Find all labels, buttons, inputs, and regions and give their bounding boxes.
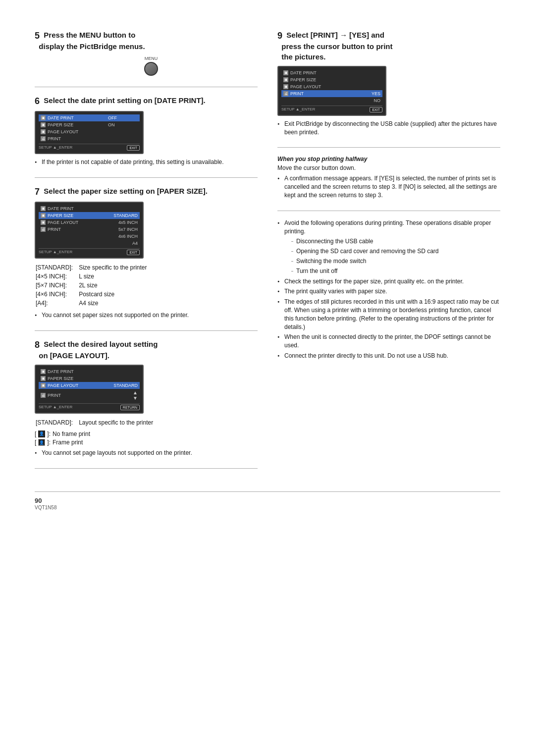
when-stop-block: When you stop printing halfway Move the … bbox=[277, 156, 500, 199]
when-stop-notes: A confirmation message appears. If [YES]… bbox=[277, 174, 500, 199]
screen9-layout: ▣ PAGE LAYOUT bbox=[281, 83, 382, 90]
avoid-item-1: Disconnecting the USB cable bbox=[291, 237, 500, 246]
menu-label: MENU bbox=[145, 56, 158, 61]
step-9-text3: the pictures. bbox=[281, 53, 325, 61]
step-9-note: Exit PictBridge by disconnecting the USB… bbox=[277, 120, 500, 137]
screen8-layout: ▣ PAGE LAYOUT STANDARD bbox=[39, 382, 140, 389]
frame-item: [ 👤 ]: Frame print bbox=[35, 439, 258, 446]
right-column: 9 Select [PRINT] → [YES] and press the c… bbox=[277, 30, 500, 477]
screen-footer-6: SETUP ▲_ENTER EXIT bbox=[39, 144, 140, 151]
screen7-layout: ▣ PAGE LAYOUT 4x5 INCH bbox=[39, 219, 140, 226]
when-stop-note1: A confirmation message appears. If [YES]… bbox=[277, 174, 500, 199]
no-frame-icon: 👤 bbox=[38, 431, 45, 437]
paper-icon: ▣ bbox=[41, 122, 46, 127]
step-5-block: 5 Press the MENU button to display the P… bbox=[35, 30, 258, 76]
note-avoid: Avoid the following operations during pr… bbox=[277, 219, 500, 275]
step-5-text2: display the PictBridge menus. bbox=[39, 42, 145, 51]
step-9-text1: Select [PRINT] → [YES] and bbox=[286, 31, 384, 39]
step-5-text1: Press the MENU button to bbox=[44, 31, 135, 39]
screen9-date: ▣ DATE PRINT bbox=[281, 69, 382, 76]
menu-button-icon: MENU bbox=[45, 56, 258, 76]
screen7-extra1: 4x6 INCH bbox=[39, 233, 140, 240]
step-7-notes: You cannot set paper sizes not supported… bbox=[35, 311, 258, 320]
no-frame-item: [ 👤 ]: No frame print bbox=[35, 431, 258, 437]
step-6-note: If the printer is not capable of date pr… bbox=[35, 158, 258, 166]
screen9-paper: ▣ PAPER SIZE bbox=[281, 76, 382, 83]
step-8-heading: 8 Select the desired layout setting on [… bbox=[35, 339, 258, 361]
left-column: 5 Press the MENU button to display the P… bbox=[35, 30, 258, 477]
page-number: 90 bbox=[35, 497, 42, 504]
step-5-heading: 5 Press the MENU button to display the P… bbox=[35, 30, 258, 52]
layout-icon: ▣ bbox=[41, 129, 46, 134]
avoid-sub-list: Disconnecting the USB cable Opening the … bbox=[291, 237, 500, 275]
note-check: Check the settings for the paper size, p… bbox=[277, 277, 500, 286]
step-6-text: Select the date print setting on [DATE P… bbox=[44, 96, 205, 105]
avoid-item-3: Switching the mode switch bbox=[291, 257, 500, 266]
step-9-notes: Exit PictBridge by disconnecting the USB… bbox=[277, 120, 500, 137]
step-6-number: 6 bbox=[35, 96, 40, 106]
screen-footer-9: SETUP ▲_ENTER EXIT bbox=[281, 106, 382, 112]
step-8-block: 8 Select the desired layout setting on [… bbox=[35, 339, 258, 457]
step-8-note: You cannot set page layouts not supporte… bbox=[35, 449, 258, 457]
step-6-block: 6 Select the date print setting on [DATE… bbox=[35, 95, 258, 166]
screen8-print: 🖨 PRINT ▲ ▼ bbox=[39, 389, 140, 402]
size-table-8: [STANDARD]: Layout specific to the print… bbox=[35, 418, 154, 428]
screen-footer-8: SETUP ▲_ENTER RETURN bbox=[39, 403, 140, 410]
step-8-screen: ▣ DATE PRINT ▣ PAPER SIZE ▣ PAGE LAYOU bbox=[35, 365, 144, 414]
screen7-paper: ▣ PAPER SIZE STANDARD bbox=[39, 212, 140, 219]
step-7-block: 7 Select the paper size setting on [PAPE… bbox=[35, 186, 258, 320]
step-8-text2: on [PAGE LAYOUT]. bbox=[39, 351, 109, 360]
avoid-item-4: Turn the unit off bbox=[291, 267, 500, 275]
screen7-print: 🖨 PRINT 5x7 INCH bbox=[39, 226, 140, 233]
step-7-note: You cannot set paper sizes not supported… bbox=[35, 311, 258, 320]
step-9-screen: ▣ DATE PRINT ▣ PAPER SIZE ▣ PAGE LAYOU bbox=[277, 66, 386, 116]
screen-row-paper-size-6: ▣ PAPER SIZE ON bbox=[39, 121, 140, 128]
print-icon: 🖨 bbox=[41, 136, 46, 141]
screen8-date: ▣ DATE PRINT bbox=[39, 368, 140, 375]
when-stop-text: Move the cursor button down. bbox=[277, 164, 500, 171]
page-content: 5 Press the MENU button to display the P… bbox=[35, 30, 500, 477]
step-8-text1: Select the desired layout setting bbox=[44, 340, 158, 348]
step-7-heading: 7 Select the paper size setting on [PAPE… bbox=[35, 186, 258, 198]
step-9-text2: press the cursor button to print bbox=[281, 42, 392, 51]
frame-icon: 👤 bbox=[38, 439, 45, 446]
step-9-block: 9 Select [PRINT] → [YES] and press the c… bbox=[277, 30, 500, 136]
screen-row-date-print: ▣ DATE PRINT OFF bbox=[39, 114, 140, 121]
screen-row-print-6: 🖨 PRINT bbox=[39, 135, 140, 142]
screen9-print: 🖨 PRINT YES bbox=[281, 90, 382, 97]
step-5-number: 5 bbox=[35, 31, 40, 41]
screen-footer-7: SETUP ▲_ENTER EXIT bbox=[39, 248, 140, 255]
divider-after-7 bbox=[35, 330, 258, 331]
divider-right-1 bbox=[277, 147, 500, 148]
screen7-date: ▣ DATE PRINT bbox=[39, 205, 140, 212]
step-6-heading: 6 Select the date print setting on [DATE… bbox=[35, 95, 258, 107]
screen9-no: NO bbox=[281, 97, 382, 104]
note-dpof: When the unit is connected directly to t… bbox=[277, 333, 500, 350]
date-icon: ▣ bbox=[41, 115, 46, 120]
screen-row-page-layout-6: ▣ PAGE LAYOUT bbox=[39, 128, 140, 135]
step-9-number: 9 bbox=[277, 31, 282, 41]
step-7-screen: ▣ DATE PRINT ▣ PAPER SIZE STANDARD ▣ PA bbox=[35, 202, 144, 259]
note-quality: The print quality varies with paper size… bbox=[277, 287, 500, 296]
step-8-number: 8 bbox=[35, 340, 40, 350]
step-8-notes: You cannot set page layouts not supporte… bbox=[35, 449, 258, 457]
menu-circle-icon bbox=[144, 62, 158, 76]
notes-right-list: Avoid the following operations during pr… bbox=[277, 219, 500, 360]
model-number: VQT1N58 bbox=[35, 505, 56, 510]
step-7-text: Select the paper size setting on [PAPER … bbox=[44, 187, 208, 195]
page-footer: 90 VQT1N58 bbox=[35, 491, 500, 510]
note-hub: Connect the printer directly to this uni… bbox=[277, 352, 500, 360]
step-6-notes: If the printer is not capable of date pr… bbox=[35, 158, 258, 166]
step-7-number: 7 bbox=[35, 187, 40, 197]
step-6-screen: ▣ DATE PRINT OFF ▣ PAPER SIZE ON ▣ PAGE bbox=[35, 111, 144, 154]
step-9-heading: 9 Select [PRINT] → [YES] and press the c… bbox=[277, 30, 500, 62]
avoid-item-2: Opening the SD card cover and removing t… bbox=[291, 247, 500, 256]
divider-after-5 bbox=[35, 87, 258, 87]
divider-right-2 bbox=[277, 211, 500, 211]
note-edges: The edges of still pictures recorded in … bbox=[277, 298, 500, 331]
screen8-paper: ▣ PAPER SIZE bbox=[39, 375, 140, 382]
screen7-extra2: A4 bbox=[39, 240, 140, 247]
size-table-7: [STANDARD]: Size specific to the printer… bbox=[35, 263, 148, 308]
divider-after-8 bbox=[35, 468, 258, 469]
when-stop-heading: When you stop printing halfway bbox=[277, 156, 500, 162]
